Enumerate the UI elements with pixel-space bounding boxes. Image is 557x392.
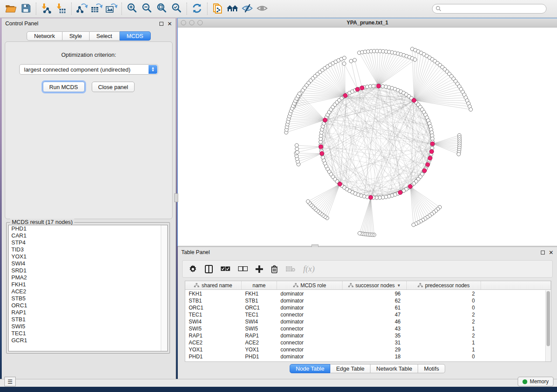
table-cell[interactable]: 1 — [407, 339, 481, 346]
table-row[interactable]: FKH1FKH1dominator962 — [185, 290, 545, 297]
result-item[interactable]: YOX1 — [9, 253, 167, 260]
network-hub-node[interactable] — [338, 182, 342, 186]
table-cell[interactable]: 96 — [343, 290, 407, 297]
task-history-button[interactable]: ☰ — [4, 377, 16, 386]
table-cell[interactable]: 0 — [407, 353, 481, 360]
network-node[interactable] — [306, 199, 310, 203]
table-cell[interactable]: 31 — [343, 339, 407, 346]
result-list-scrollbar[interactable] — [161, 225, 167, 351]
table-cell[interactable]: dominator — [277, 353, 343, 360]
table-cell[interactable]: 35 — [343, 332, 407, 339]
network-canvas-svg[interactable] — [178, 28, 557, 246]
network-hub-node[interactable] — [369, 195, 373, 199]
network-node[interactable] — [349, 59, 353, 63]
table-cell[interactable]: connector — [277, 311, 343, 318]
result-item[interactable]: RAP1 — [9, 309, 167, 316]
table-cell[interactable]: YOX1 — [185, 346, 242, 353]
result-item[interactable]: TID3 — [9, 246, 167, 253]
network-node[interactable] — [457, 152, 460, 156]
table-cell[interactable]: 62 — [343, 297, 407, 304]
table-cell[interactable]: dominator — [277, 304, 343, 311]
network-node[interactable] — [298, 92, 301, 96]
network-node[interactable] — [295, 151, 299, 154]
show-eye-button[interactable] — [255, 2, 270, 16]
table-cell[interactable]: 2 — [407, 332, 481, 339]
table-cell[interactable]: 29 — [343, 346, 407, 353]
network-node[interactable] — [343, 62, 346, 65]
table-cell[interactable]: STB1 — [242, 297, 277, 304]
table-row[interactable]: ORC1ORC1dominator610 — [185, 304, 545, 311]
table-cell[interactable]: connector — [277, 325, 343, 332]
network-node[interactable] — [372, 84, 375, 88]
network-hub-node[interactable] — [422, 168, 427, 173]
network-node[interactable] — [295, 147, 298, 151]
share-network-document-button[interactable] — [210, 2, 225, 16]
export-network-button[interactable] — [74, 2, 89, 16]
table-scrollbar-thumb[interactable] — [547, 291, 550, 346]
table-cell[interactable]: 46 — [343, 318, 407, 325]
network-node[interactable] — [469, 108, 472, 111]
network-hub-node[interactable] — [408, 184, 412, 189]
table-cell[interactable]: 1 — [407, 325, 481, 332]
mcds-result-list[interactable]: PHD1CAR1STP4TID3YOX1SWI4SRD1PMA2FKH1ACE2… — [8, 225, 168, 351]
vertical-splitter-handle[interactable] — [174, 193, 178, 202]
table-cell[interactable]: dominator — [277, 332, 343, 339]
tab-mcds[interactable]: MCDS — [120, 31, 151, 41]
float-panel-icon[interactable] — [159, 22, 163, 26]
tab-network-table[interactable]: Network Table — [370, 364, 418, 373]
table-row[interactable]: YOX1YOX1connector291 — [185, 346, 545, 353]
memory-button[interactable]: Memory — [518, 377, 554, 386]
import-network-button[interactable] — [39, 2, 54, 16]
result-item[interactable]: STB1 — [9, 316, 167, 323]
table-cell[interactable]: ORC1 — [242, 304, 277, 311]
column-header-predecessor-nodes[interactable]: predecessor nodes — [407, 281, 481, 289]
deselect-all-checkboxes-icon[interactable] — [238, 266, 248, 272]
table-cell[interactable]: 2 — [407, 290, 481, 297]
search-input[interactable] — [432, 4, 547, 14]
table-cell[interactable]: 2 — [407, 311, 481, 318]
network-titlebar[interactable]: YPA_prune.txt_1 — [178, 18, 557, 28]
zoom-fit-button[interactable] — [154, 2, 169, 16]
add-column-icon[interactable] — [256, 265, 263, 273]
home-pages-button[interactable] — [225, 2, 240, 16]
delete-columns-trash-icon[interactable] — [271, 265, 278, 273]
table-cell[interactable]: dominator — [277, 290, 343, 297]
result-item[interactable]: PMA2 — [9, 274, 167, 281]
table-cell[interactable]: 18 — [343, 353, 407, 360]
table-cell[interactable]: SWI5 — [185, 325, 242, 332]
network-hub-node[interactable] — [360, 86, 364, 90]
table-cell[interactable]: SWI4 — [242, 318, 277, 325]
network-node[interactable] — [295, 144, 298, 147]
result-item[interactable]: SRD1 — [9, 267, 167, 274]
table-cell[interactable]: TEC1 — [185, 311, 242, 318]
zoom-selected-button[interactable] — [169, 2, 184, 16]
table-cell[interactable]: dominator — [277, 318, 343, 325]
network-node[interactable] — [343, 56, 346, 59]
table-cell[interactable]: TEC1 — [242, 311, 277, 318]
network-hub-node[interactable] — [426, 162, 430, 167]
tab-node-table[interactable]: Node Table — [290, 364, 331, 373]
table-cell[interactable]: 2 — [407, 318, 481, 325]
table-row[interactable]: TEC1TEC1connector472 — [185, 311, 545, 318]
tab-style[interactable]: Style — [62, 31, 90, 41]
close-panel-button[interactable]: Close panel — [92, 82, 135, 92]
table-cell[interactable]: RAP1 — [185, 332, 242, 339]
result-item[interactable]: PHD1 — [9, 225, 167, 232]
table-cell[interactable]: 1 — [407, 346, 481, 353]
criterion-dropdown[interactable]: largest connected component (undirected)… — [19, 64, 158, 75]
table-row[interactable]: SWI4SWI4dominator462 — [185, 318, 545, 325]
result-item[interactable]: SWI4 — [9, 260, 167, 267]
column-header-name[interactable]: name — [242, 281, 277, 289]
table-row[interactable]: SWI5SWI5connector431 — [185, 325, 545, 332]
tab-edge-table[interactable]: Edge Table — [330, 364, 370, 373]
zoom-out-button[interactable] — [139, 2, 154, 16]
network-node[interactable] — [353, 58, 356, 62]
network-hub-node[interactable] — [343, 93, 348, 98]
table-cell[interactable]: connector — [277, 346, 343, 353]
table-row[interactable]: RAP1RAP1dominator352 — [185, 332, 545, 339]
table-row[interactable]: PHD1PHD1dominator180 — [185, 353, 545, 360]
table-row[interactable]: ACE2ACE2connector311 — [185, 339, 545, 346]
result-item[interactable]: CAR1 — [9, 232, 167, 239]
table-cell[interactable]: ORC1 — [185, 304, 242, 311]
table-cell[interactable]: ACE2 — [242, 339, 277, 346]
